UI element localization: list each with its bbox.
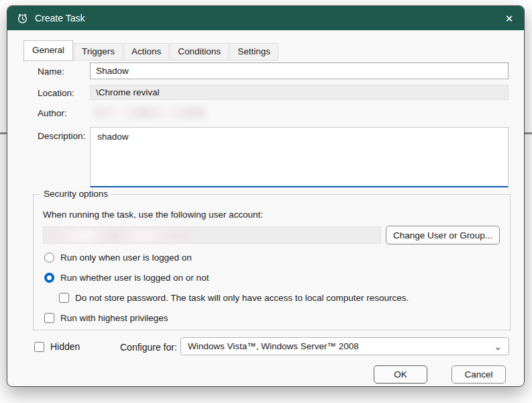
checkbox-unchecked-icon: [34, 342, 44, 352]
name-label: Name:: [38, 66, 64, 77]
clock-icon: [17, 13, 28, 24]
tab-strip: General Triggers Actions Conditions Sett…: [23, 40, 279, 60]
account-caption: When running the task, use the following…: [43, 210, 263, 220]
desktop-background: Create Task ✕ General Triggers Actions C…: [0, 0, 532, 403]
author-redacted-value: [93, 106, 206, 119]
location-label: Location:: [38, 88, 74, 98]
tab-general[interactable]: General: [23, 40, 73, 61]
account-redacted-value: [49, 230, 193, 242]
radio-run-logged-on[interactable]: Run only when user is logged on: [44, 251, 192, 263]
security-options-group: Security options When running the task, …: [33, 194, 511, 330]
close-button[interactable]: ✕: [494, 6, 524, 30]
checkbox-highest-privileges[interactable]: Run with highest privileges: [44, 312, 168, 324]
checkbox-no-password-label: Do not store password. The task will onl…: [75, 293, 409, 303]
description-input[interactable]: shadow: [90, 127, 509, 187]
location-field: \Chrome revival: [90, 85, 509, 100]
location-value: \Chrome revival: [96, 87, 160, 97]
cancel-button[interactable]: Cancel: [451, 365, 506, 384]
checkbox-unchecked-icon: [44, 313, 54, 323]
checkbox-unchecked-icon: [59, 293, 69, 303]
ok-button[interactable]: OK: [374, 365, 427, 384]
author-label: Author:: [38, 108, 67, 118]
chevron-down-icon: ⌄: [494, 342, 502, 351]
checkbox-no-password[interactable]: Do not store password. The task will onl…: [59, 292, 409, 304]
description-value: shadow: [97, 132, 129, 142]
configure-for-select[interactable]: Windows Vista™, Windows Server™ 2008 ⌄: [180, 337, 509, 355]
security-group-title: Security options: [40, 189, 111, 199]
tab-actions[interactable]: Actions: [123, 43, 169, 60]
tab-settings[interactable]: Settings: [229, 43, 278, 60]
tab-conditions[interactable]: Conditions: [170, 43, 229, 60]
configure-for-label: Configure for:: [120, 342, 177, 353]
radio-run-whether[interactable]: Run whether user is logged on or not: [44, 271, 209, 283]
radio-run-whether-label: Run whether user is logged on or not: [60, 273, 209, 283]
description-label: Description:: [38, 131, 85, 141]
radio-checked-icon: [44, 273, 54, 283]
name-input[interactable]: [90, 62, 509, 79]
checkbox-hidden[interactable]: Hidden: [34, 341, 80, 353]
change-user-button[interactable]: Change User or Group...: [386, 226, 500, 244]
checkbox-hidden-label: Hidden: [50, 341, 80, 352]
configure-for-value: Windows Vista™, Windows Server™ 2008: [188, 341, 359, 351]
titlebar: Create Task ✕: [7, 6, 524, 30]
radio-run-logged-on-label: Run only when user is logged on: [60, 253, 192, 263]
create-task-dialog: Create Task ✕ General Triggers Actions C…: [7, 5, 525, 387]
tab-triggers[interactable]: Triggers: [74, 43, 123, 60]
window-title: Create Task: [35, 13, 85, 24]
checkbox-highest-privileges-label: Run with highest privileges: [60, 313, 168, 323]
user-account-field: [43, 226, 381, 244]
radio-unchecked-icon: [44, 253, 54, 263]
